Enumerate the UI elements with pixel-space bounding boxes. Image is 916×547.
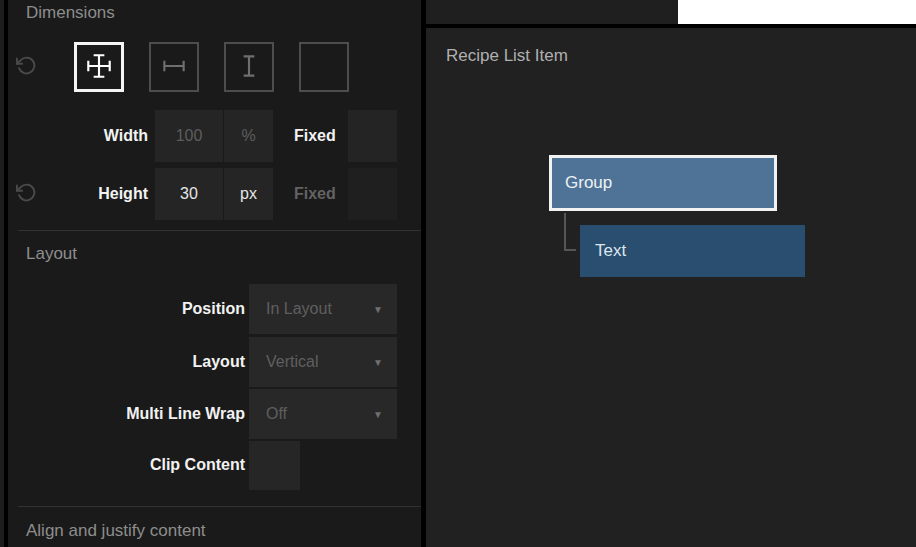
height-fixed-checkbox[interactable] [348, 168, 397, 220]
tree-connector-horizontal [564, 249, 576, 251]
size-mode-stretch-both-button[interactable] [74, 42, 124, 92]
reset-size-button[interactable] [14, 55, 38, 79]
canvas-node-group[interactable]: Group [549, 155, 777, 211]
layout-select[interactable]: Vertical ▼ [249, 337, 397, 387]
size-mode-stretch-width-button[interactable] [149, 42, 199, 92]
multi-line-wrap-value: Off [249, 405, 373, 423]
top-bar-border [426, 24, 916, 28]
tree-connector-vertical [564, 213, 566, 251]
multi-line-wrap-label: Multi Line Wrap [8, 389, 245, 439]
dimensions-section-title: Dimensions [26, 3, 115, 23]
multi-line-wrap-select[interactable]: Off ▼ [249, 389, 397, 439]
canvas-node-text[interactable]: Text [580, 225, 805, 277]
layout-label: Layout [8, 337, 245, 387]
size-mode-stretch-height-button[interactable] [224, 42, 274, 92]
height-unit-button[interactable]: px [224, 168, 273, 220]
properties-panel: Dimensions Width % [8, 0, 421, 547]
stretch-width-icon [159, 51, 189, 84]
position-value: In Layout [249, 300, 373, 318]
width-input[interactable] [155, 110, 223, 162]
height-input[interactable] [155, 168, 223, 220]
frame-title: Recipe List Item [446, 46, 568, 66]
width-fixed-label: Fixed [294, 110, 336, 162]
chevron-down-icon: ▼ [373, 304, 397, 315]
clip-content-checkbox[interactable] [249, 441, 300, 490]
section-divider [18, 230, 421, 231]
canvas-node-text-label: Text [580, 241, 626, 261]
clip-content-label: Clip Content [8, 440, 245, 490]
app-window: Dimensions Width % [0, 0, 916, 547]
top-bar-white-area [678, 0, 916, 24]
height-fixed-label: Fixed [294, 168, 336, 220]
align-section-title: Align and justify content [26, 521, 206, 541]
stretch-both-icon [84, 51, 114, 84]
width-fixed-checkbox[interactable] [348, 110, 397, 162]
stretch-height-icon [234, 51, 264, 84]
position-label: Position [8, 284, 245, 334]
layout-section-title: Layout [26, 244, 77, 264]
section-divider [18, 506, 421, 507]
chevron-down-icon: ▼ [373, 357, 397, 368]
height-label: Height [8, 168, 148, 220]
width-label: Width [8, 110, 148, 162]
chevron-down-icon: ▼ [373, 409, 397, 420]
canvas-node-group-label: Group [552, 173, 612, 193]
canvas-top-tab[interactable] [426, 0, 678, 24]
width-unit-button[interactable]: % [224, 110, 273, 162]
size-mode-no-stretch-button[interactable] [299, 42, 349, 92]
rotate-ccw-icon [16, 55, 37, 79]
layout-value: Vertical [249, 353, 373, 371]
position-select[interactable]: In Layout ▼ [249, 284, 397, 334]
canvas-area: Recipe List Item Group Text [426, 0, 916, 547]
